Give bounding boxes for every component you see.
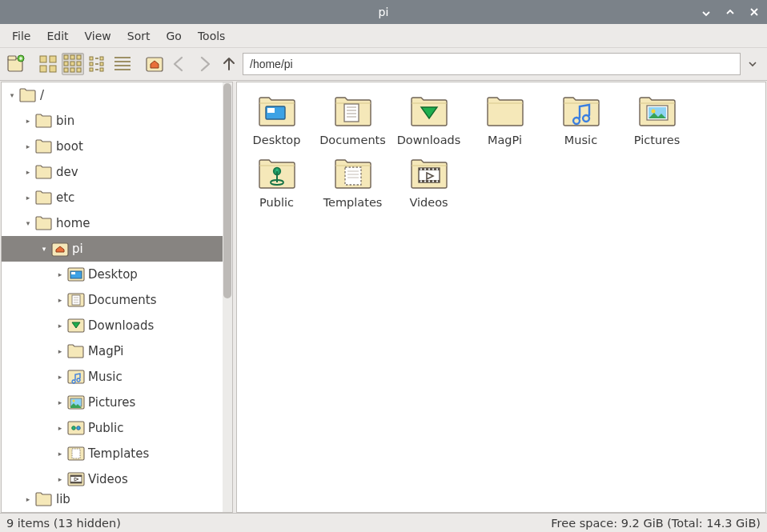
menu-sort[interactable]: Sort (120, 26, 158, 46)
tree-item-videos[interactable]: ▸Videos (2, 466, 232, 492)
tree-item-label: Documents (88, 293, 157, 307)
templates-icon (67, 445, 85, 462)
folder-item-desktop[interactable]: Desktop (242, 90, 311, 150)
expander-closed-icon[interactable]: ▸ (54, 424, 66, 432)
home-button[interactable] (143, 53, 166, 75)
documents-icon (332, 94, 374, 129)
view-list-button[interactable] (86, 53, 109, 75)
menu-tools[interactable]: Tools (191, 26, 233, 46)
expander-closed-icon[interactable]: ▸ (22, 142, 34, 150)
view-detail-button[interactable] (111, 53, 134, 75)
tree-scrollbar-thumb[interactable] (223, 83, 231, 298)
videos-icon (408, 156, 450, 191)
tree-item-magpi[interactable]: ▸MagPi (2, 338, 232, 364)
tree-item-pictures[interactable]: ▸Pictures (2, 390, 232, 415)
tree-item-etc[interactable]: ▸etc (2, 185, 232, 210)
expander-open-icon[interactable]: ▾ (6, 91, 18, 99)
folder-item-label: Documents (319, 134, 386, 146)
public-icon (67, 419, 85, 437)
tree-item-dev[interactable]: ▸dev (2, 159, 232, 185)
expander-closed-icon[interactable]: ▸ (22, 495, 34, 503)
folder-item-magpi[interactable]: MagPi (470, 90, 540, 150)
folder-item-public[interactable]: Public (242, 153, 311, 212)
folder-item-label: Public (259, 196, 294, 209)
menu-file[interactable]: File (5, 26, 38, 46)
back-button[interactable] (168, 53, 191, 75)
menubar: File Edit View Sort Go Tools (0, 24, 767, 48)
folder-icon (35, 112, 53, 130)
tree-item-label: home (56, 216, 90, 230)
tree-item-label: Videos (88, 472, 128, 486)
maximize-button[interactable] (724, 6, 737, 18)
templates-icon (332, 156, 374, 191)
pictures-icon (636, 94, 678, 129)
view-large-icons-button[interactable] (37, 53, 59, 75)
folder-item-label: Desktop (253, 134, 301, 146)
expander-closed-icon[interactable]: ▸ (22, 168, 34, 176)
menu-go[interactable]: Go (159, 26, 189, 46)
expander-closed-icon[interactable]: ▸ (54, 296, 66, 304)
view-small-icons-button[interactable] (62, 53, 84, 75)
tree-item-label: pi (72, 242, 83, 256)
home-folder-icon (51, 240, 69, 258)
tree-item-bin[interactable]: ▸bin (2, 108, 232, 134)
tree-scrollbar[interactable] (223, 82, 232, 512)
folder-item-pictures[interactable]: Pictures (622, 90, 692, 150)
folder-item-music[interactable]: Music (546, 90, 616, 150)
tree-item-templates[interactable]: ▸Templates (2, 441, 232, 466)
tree-item-label: Templates (88, 446, 149, 461)
documents-icon (67, 291, 85, 309)
tree-item-home[interactable]: ▾home (2, 210, 232, 236)
desktop-icon (256, 94, 298, 129)
folder-item-downloads[interactable]: Downloads (394, 90, 464, 150)
tree-item-documents[interactable]: ▸Documents (2, 287, 232, 313)
tree-item-desktop[interactable]: ▸Desktop (2, 262, 232, 287)
tree-item-label: Public (88, 421, 123, 435)
expander-closed-icon[interactable]: ▸ (54, 373, 66, 381)
tree-item-label: / (40, 88, 44, 102)
tree-item-pi[interactable]: ▾pi (2, 236, 232, 262)
tree-item-music[interactable]: ▸Music (2, 364, 232, 390)
expander-open-icon[interactable]: ▾ (38, 245, 50, 253)
folder-item-documents[interactable]: Documents (318, 90, 388, 150)
menu-view[interactable]: View (78, 26, 118, 46)
expander-closed-icon[interactable]: ▸ (54, 398, 66, 406)
folder-item-label: Pictures (634, 134, 680, 146)
close-button[interactable] (748, 6, 761, 18)
tree-item-label: Music (88, 370, 122, 384)
toolbar (0, 48, 767, 81)
tree-item-downloads[interactable]: ▸Downloads (2, 313, 232, 338)
expander-closed-icon[interactable]: ▸ (54, 347, 66, 355)
forward-button[interactable] (193, 53, 215, 75)
folder-icon (484, 94, 526, 129)
tree-item-public[interactable]: ▸Public (2, 415, 232, 441)
expander-closed-icon[interactable]: ▸ (54, 450, 66, 458)
folder-item-templates[interactable]: Templates (318, 153, 388, 212)
tree-item-label: boot (56, 139, 83, 154)
path-input[interactable] (243, 53, 741, 75)
expander-closed-icon[interactable]: ▸ (22, 117, 34, 125)
folder-icon (67, 342, 85, 360)
tree-item-lib[interactable]: ▸lib (2, 492, 232, 506)
folder-item-videos[interactable]: Videos (394, 153, 464, 212)
tree-item-boot[interactable]: ▸boot (2, 134, 232, 159)
expander-closed-icon[interactable]: ▸ (22, 194, 34, 202)
expander-closed-icon[interactable]: ▸ (54, 270, 66, 278)
menu-edit[interactable]: Edit (39, 26, 75, 46)
expander-closed-icon[interactable]: ▸ (54, 322, 66, 330)
new-tab-button[interactable] (5, 53, 27, 75)
tree-item-root[interactable]: ▾/ (2, 82, 232, 108)
tree-item-label: Downloads (88, 318, 154, 333)
public-icon (256, 156, 298, 191)
desktop-icon (67, 266, 85, 283)
folder-icon (19, 86, 37, 104)
folder-item-label: Templates (323, 196, 383, 209)
expander-closed-icon[interactable]: ▸ (54, 475, 66, 483)
minimize-button[interactable] (700, 6, 713, 18)
path-dropdown-button[interactable] (743, 53, 762, 75)
downloads-icon (67, 317, 85, 334)
window-title: pi (379, 6, 389, 18)
up-button[interactable] (218, 53, 240, 75)
content-pane[interactable]: DesktopDocumentsDownloadsMagPiMusicPictu… (236, 82, 766, 513)
expander-open-icon[interactable]: ▾ (22, 219, 34, 227)
